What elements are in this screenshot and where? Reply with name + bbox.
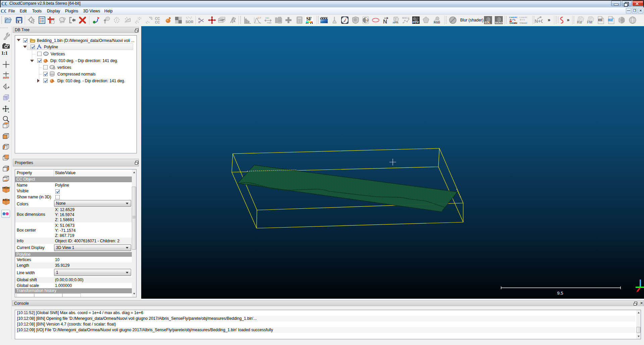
svg-text:auto: auto <box>3 76 9 79</box>
svg-text:PCV: PCV <box>413 20 419 24</box>
svg-text:CANUPO: CANUPO <box>509 16 517 18</box>
svg-text:Classify: Classify <box>520 21 527 24</box>
svg-text:SSAO: SSAO <box>495 21 503 24</box>
svg-text:RSD: RSD <box>434 21 440 24</box>
svg-text:min: min <box>265 17 269 19</box>
svg-text:BACK: BACK <box>3 198 10 201</box>
svg-text:N: N <box>383 18 387 24</box>
svg-text:CC: CC <box>155 17 160 20</box>
svg-text:CANUPO: CANUPO <box>519 16 527 18</box>
svg-text:FRONT: FRONT <box>2 186 10 189</box>
svg-text:9.5: 9.5 <box>557 291 563 296</box>
svg-text:SF: SF <box>365 19 369 22</box>
svg-text:SHP: SHP <box>599 19 604 21</box>
svg-text:M3C2: M3C2 <box>402 16 410 19</box>
svg-text:N+C: N+C <box>535 18 543 24</box>
svg-text:μ,σ: μ,σ <box>258 16 261 19</box>
svg-text:CC: CC <box>1 1 7 6</box>
svg-text:EDL: EDL <box>485 21 490 24</box>
svg-text:CSV: CSV <box>608 19 613 21</box>
svg-text:CC: CC <box>155 20 160 24</box>
svg-text:Create: Create <box>509 21 517 24</box>
svg-text:Kd: Kd <box>577 20 582 24</box>
svg-text:CC: CC <box>1 9 6 14</box>
svg-text:max: max <box>267 21 272 24</box>
svg-text:HPR: HPR <box>393 21 398 24</box>
svg-text:SF: SF <box>306 16 312 21</box>
svg-text:FM: FM <box>587 20 592 24</box>
svg-text:SOR: SOR <box>185 20 193 24</box>
